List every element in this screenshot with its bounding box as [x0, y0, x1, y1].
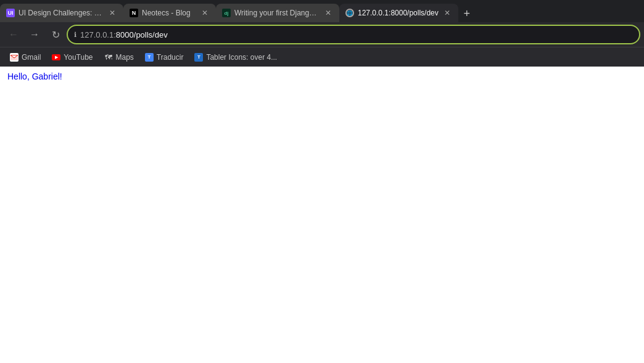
bookmark-youtube[interactable]: ▶ YouTube	[47, 50, 97, 65]
tab-ui-design[interactable]: UI UI Design Challenges: Compete ✕	[0, 4, 123, 22]
bookmark-tabler-label: Tabler Icons: over 4...	[206, 53, 277, 62]
secure-icon: ℹ	[74, 31, 76, 39]
tab-favicon-notion: N	[130, 9, 138, 17]
bookmark-gmail[interactable]: Gmail	[5, 50, 46, 65]
bookmark-maps[interactable]: 🗺 Maps	[99, 50, 139, 65]
page-greeting: Hello, Gabriel!	[7, 71, 637, 81]
tabler-favicon: T	[194, 53, 203, 62]
tab-favicon-ui: UI	[6, 9, 15, 17]
tab-close-neotecs[interactable]: ✕	[200, 8, 210, 18]
tab-close-ui-design[interactable]: ✕	[107, 8, 117, 18]
youtube-favicon: ▶	[52, 53, 60, 62]
tab-title-ui-design: UI Design Challenges: Compete	[19, 9, 104, 17]
tab-title-django: Writing your first Django app, p	[234, 9, 320, 17]
refresh-button[interactable]: ↻	[47, 26, 64, 43]
maps-favicon: 🗺	[104, 53, 113, 62]
new-tab-button[interactable]: +	[458, 5, 476, 22]
address-path: 8000/polls/dev	[116, 30, 168, 39]
back-button[interactable]: ←	[5, 26, 22, 43]
gmail-favicon	[10, 53, 19, 62]
address-text: 127.0.0.1:8000/polls/dev	[80, 30, 633, 39]
bookmark-tabler[interactable]: T Tabler Icons: over 4...	[189, 50, 282, 65]
browser-chrome: UI UI Design Challenges: Compete ✕ N Neo…	[0, 0, 644, 67]
bookmark-translate-label: Traducir	[157, 53, 184, 62]
bookmark-youtube-label: YouTube	[64, 53, 93, 62]
tab-close-django[interactable]: ✕	[323, 8, 333, 18]
tab-title-neotecs: Neotecs - Blog	[142, 9, 196, 17]
toolbar: ← → ↻ ℹ 127.0.0.1:8000/polls/dev	[0, 22, 644, 47]
bookmark-maps-label: Maps	[116, 53, 134, 62]
tab-favicon-globe: 🌐	[345, 9, 354, 17]
tab-close-localhost[interactable]: ✕	[442, 8, 452, 18]
address-host: 127.0.0.1	[80, 30, 114, 39]
address-bar[interactable]: ℹ 127.0.0.1:8000/polls/dev	[68, 26, 639, 43]
tab-neotecs[interactable]: N Neotecs - Blog ✕	[123, 4, 216, 22]
tab-django[interactable]: dj Writing your first Django app, p ✕	[216, 4, 339, 22]
bookmark-gmail-label: Gmail	[22, 53, 41, 62]
translate-favicon: T	[145, 53, 154, 62]
forward-button[interactable]: →	[26, 26, 43, 43]
bookmarks-bar: Gmail ▶ YouTube 🗺 Maps T Traducir T Tabl…	[0, 47, 644, 67]
bookmark-translate[interactable]: T Traducir	[140, 50, 189, 65]
tab-bar: UI UI Design Challenges: Compete ✕ N Neo…	[0, 0, 644, 22]
page-content: Hello, Gabriel!	[0, 67, 644, 363]
tab-favicon-django: dj	[222, 9, 231, 17]
tab-title-localhost: 127.0.0.1:8000/polls/dev	[358, 9, 439, 17]
tab-localhost[interactable]: 🌐 127.0.0.1:8000/polls/dev ✕	[339, 4, 458, 22]
